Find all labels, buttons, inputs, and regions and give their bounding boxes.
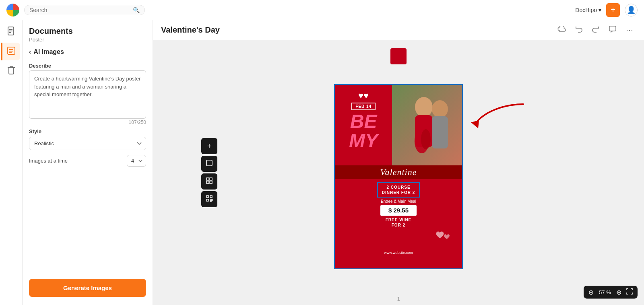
brand-name: DocHipo xyxy=(575,7,597,13)
chevron-down-icon: ▾ xyxy=(599,7,601,13)
poster-dinner-text: 2 COURSEDINNER FOR 2 xyxy=(382,185,415,195)
poster-my-text: MY xyxy=(349,131,378,150)
user-icon[interactable]: 👤 xyxy=(625,4,638,16)
poster-bottom: 2 COURSEDINNER FOR 2 Entree & Main Meal … xyxy=(335,179,462,268)
poster-price: $ 29.55 xyxy=(388,207,409,214)
poster-be-text: BE xyxy=(349,112,378,131)
add-button[interactable]: + xyxy=(606,3,620,17)
svg-rect-14 xyxy=(206,196,208,198)
canvas-area: Valentine's Day xyxy=(153,20,644,305)
sidebar-item-document[interactable] xyxy=(2,23,20,41)
panel-title: Documents xyxy=(29,27,146,36)
svg-rect-11 xyxy=(210,178,212,180)
trash-icon xyxy=(7,66,15,76)
sidebar-item-edit[interactable] xyxy=(1,43,20,60)
svg-point-21 xyxy=(415,97,433,117)
panel-header: Documents Poster xyxy=(23,20,153,44)
images-label: Images at a time xyxy=(29,158,122,164)
brand-menu[interactable]: DocHipo ▾ xyxy=(575,7,601,13)
frame-icon xyxy=(206,159,213,169)
panel-subtitle: Poster xyxy=(29,37,146,43)
poster-hearts-bottom xyxy=(434,229,454,248)
search-input[interactable] xyxy=(29,7,130,13)
describe-label: Describe xyxy=(23,60,153,70)
svg-rect-13 xyxy=(210,181,212,183)
svg-rect-17 xyxy=(211,200,211,200)
topbar-right: DocHipo ▾ + 👤 xyxy=(575,3,638,17)
ellipsis-icon: ⋯ xyxy=(626,26,633,35)
comment-button[interactable] xyxy=(606,24,619,37)
canvas-title: Valentine's Day xyxy=(161,25,551,35)
grid-icon xyxy=(206,177,213,186)
save-cloud-button[interactable] xyxy=(555,24,568,37)
svg-rect-8 xyxy=(609,26,616,31)
svg-rect-9 xyxy=(206,160,212,166)
images-at-time-section: Images at a time 1 2 3 4 6 xyxy=(23,155,153,173)
svg-point-26 xyxy=(421,129,431,149)
qr-icon xyxy=(206,195,213,204)
icon-sidebar xyxy=(0,20,23,305)
zoom-controls: ⊖ 57 % ⊕ xyxy=(584,286,638,299)
fullscreen-button[interactable] xyxy=(625,288,634,296)
left-panel: Documents Poster ‹ AI Images Describe Cr… xyxy=(23,20,153,305)
poster-free-wine: FREE WINEFOR 2 xyxy=(386,217,412,228)
document-icon xyxy=(7,27,15,38)
color-picker-indicator[interactable] xyxy=(390,48,407,64)
zoom-in-tool[interactable]: + xyxy=(201,138,217,154)
qr-tool[interactable] xyxy=(201,191,217,207)
search-icon: 🔍 xyxy=(133,7,140,13)
edit-icon xyxy=(7,46,16,57)
canvas-body[interactable]: + xyxy=(153,40,644,305)
back-button[interactable]: ‹ AI Images xyxy=(23,44,153,60)
svg-marker-27 xyxy=(471,120,479,128)
svg-rect-24 xyxy=(432,116,448,148)
chevron-left-icon: ‹ xyxy=(29,48,31,56)
comment-icon xyxy=(609,25,617,35)
poster-dinner-box: 2 COURSEDINNER FOR 2 xyxy=(377,182,420,198)
svg-rect-15 xyxy=(210,196,212,198)
poster-entree: Entree & Main Meal xyxy=(381,199,416,204)
zoom-in-button[interactable]: ⊕ xyxy=(615,289,622,296)
page-number: 1 xyxy=(397,296,400,302)
search-bar[interactable]: 🔍 xyxy=(24,5,145,15)
topbar: 🔍 DocHipo ▾ + 👤 xyxy=(0,0,644,20)
images-count-select[interactable]: 1 2 3 4 6 xyxy=(127,155,146,167)
user-avatar-icon: 👤 xyxy=(627,6,636,14)
sidebar-item-trash[interactable] xyxy=(2,62,20,80)
style-select[interactable]: Realistic Cartoon Abstract Watercolor xyxy=(29,137,146,150)
redo-button[interactable] xyxy=(589,24,602,37)
app-logo[interactable] xyxy=(6,4,19,16)
undo-button[interactable] xyxy=(572,24,585,37)
canvas-toolbar: Valentine's Day xyxy=(153,20,644,40)
style-section: Style Realistic Cartoon Abstract Waterco… xyxy=(23,128,153,155)
toolbar-actions: ⋯ xyxy=(555,24,636,37)
svg-rect-19 xyxy=(211,201,211,202)
poster-canvas[interactable]: ♥♥ FEB 14 BE MY xyxy=(334,84,463,269)
frame-tool[interactable] xyxy=(201,156,217,172)
generate-images-button[interactable]: Generate Images xyxy=(29,279,146,297)
annotation-arrow xyxy=(471,100,527,134)
poster-top: ♥♥ FEB 14 BE MY xyxy=(335,85,462,165)
svg-rect-16 xyxy=(206,199,208,201)
main-layout: Documents Poster ‹ AI Images Describe Cr… xyxy=(0,20,644,305)
zoom-value: 57 % xyxy=(598,289,612,295)
poster-website: www.website.com xyxy=(384,251,413,255)
plus-icon: + xyxy=(207,142,212,150)
redo-icon xyxy=(592,25,600,35)
char-count: 107/250 xyxy=(23,119,153,128)
poster-heading: BE MY xyxy=(349,112,378,150)
poster-wrapper: ♥♥ FEB 14 BE MY xyxy=(334,84,463,269)
more-options-button[interactable]: ⋯ xyxy=(623,24,636,37)
fullscreen-icon xyxy=(626,289,633,296)
back-label: AI Images xyxy=(33,48,64,56)
poster-couple-photo xyxy=(392,85,462,165)
canvas-float-tools: + xyxy=(201,138,217,207)
poster-valentine-band: Valentine xyxy=(335,165,462,179)
grid-tool[interactable] xyxy=(201,173,217,190)
svg-rect-4 xyxy=(8,47,15,54)
style-label: Style xyxy=(29,128,146,134)
svg-rect-18 xyxy=(212,200,213,200)
zoom-out-button[interactable]: ⊖ xyxy=(588,289,594,296)
svg-rect-12 xyxy=(206,181,209,183)
describe-textarea[interactable]: Create a heartwarming Valentine's Day po… xyxy=(29,70,146,119)
